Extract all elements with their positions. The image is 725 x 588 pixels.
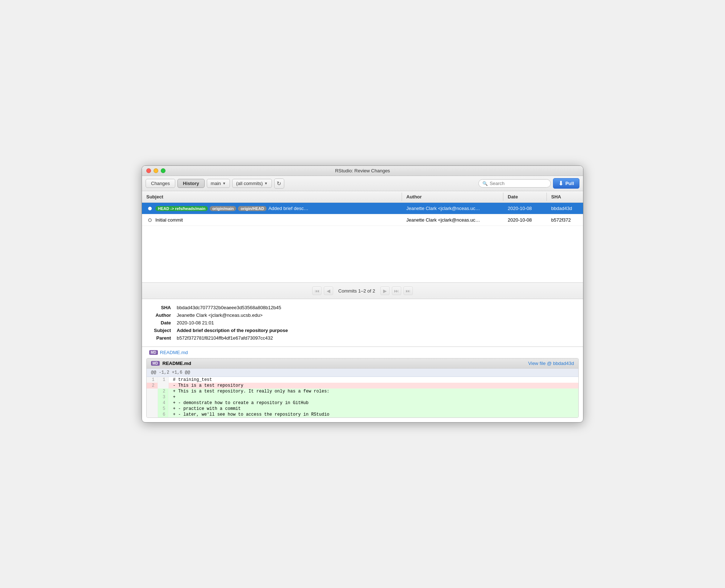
diff-line: 5+ - practice with a commit [147, 406, 578, 412]
subject-value: Added brief description of the repositor… [177, 328, 288, 333]
commit-date-col: 2020-10-08 [503, 204, 547, 213]
diff-hunk-header: @@ -1,2 +1,6 @@ [147, 369, 578, 377]
parent-value: b572f372781f82104ffb4df1e67afd73097cc432 [177, 335, 273, 341]
line-num-old [147, 400, 158, 406]
prev-page-button[interactable]: ◀ [324, 286, 333, 295]
pull-label: Pull [565, 181, 574, 186]
titlebar: RStudio: Review Changes [142, 166, 583, 176]
commit-table-header: Subject Author Date SHA [142, 191, 583, 203]
history-tab[interactable]: History [177, 179, 205, 188]
line-num-old [147, 406, 158, 412]
diff-line: 6+ - later, we'll see how to access the … [147, 412, 578, 417]
table-row[interactable]: Initial commit Jeanette Clark <jclark@nc… [142, 214, 583, 226]
commit-sha-col: b572f372 [547, 216, 583, 224]
author-row: Author Jeanette Clark <jclark@nceas.ucsb… [149, 312, 576, 318]
branch-dropdown[interactable]: main ▼ [207, 179, 230, 188]
line-num-new: 3 [158, 394, 168, 400]
commit-rows: HEAD -> refs/heads/main origin/main orig… [142, 203, 583, 282]
toolbar: Changes History main ▼ (all commits) ▼ ↻… [142, 176, 583, 191]
line-num-old [147, 388, 158, 394]
line-num-new: 2 [158, 388, 168, 394]
commit-author-col: Jeanette Clark <jclark@nceas.uc… [402, 204, 503, 213]
diff-table: 11 # training_test2- This is a test repo… [147, 377, 578, 417]
window-title: RStudio: Review Changes [335, 168, 390, 173]
main-window: RStudio: Review Changes Changes History … [142, 165, 583, 423]
line-num-old [147, 394, 158, 400]
author-label: Author [149, 312, 171, 318]
graph-dot [146, 218, 154, 222]
graph-dot [146, 207, 154, 210]
diff-line: 3+ [147, 394, 578, 400]
diff-line: 2- This is a test repository [147, 383, 578, 388]
line-num-new: 5 [158, 406, 168, 412]
line-code: # training_test [168, 377, 578, 383]
diff-line: 2+ This is a test repository. It really … [147, 388, 578, 394]
next-page-button[interactable]: ▶ [380, 286, 390, 295]
commit-date-col: 2020-10-08 [503, 216, 547, 224]
search-box: 🔍 [478, 179, 551, 188]
commits-dropdown-arrow: ▼ [264, 181, 268, 185]
line-code: - This is a test repository [168, 383, 578, 388]
line-num-new: 1 [158, 377, 168, 383]
commit-subject-text: Added brief desc… [268, 206, 309, 211]
subject-row: Subject Added brief description of the r… [149, 328, 576, 333]
commit-sha-col: bbdad43d [547, 204, 583, 213]
search-input[interactable] [490, 181, 547, 186]
commits-dropdown[interactable]: (all commits) ▼ [232, 179, 272, 188]
maximize-button[interactable] [161, 168, 165, 173]
pull-button[interactable]: ⬇ Pull [553, 178, 579, 189]
line-num-new [158, 383, 168, 388]
subject-label: Subject [149, 328, 171, 333]
sha-label: SHA [149, 305, 171, 310]
date-label: Date [149, 320, 171, 326]
diff-filename: README.md [163, 361, 191, 366]
diff-header: MD README.md View file @ bbdad43d [147, 358, 578, 369]
badge-head: HEAD -> refs/heads/main [155, 206, 208, 211]
col-header-date: Date [503, 193, 547, 201]
line-num-new: 6 [158, 412, 168, 417]
badge-origin-main: origin/main [210, 206, 236, 211]
sha-value: bbdad43dc7077732b0eaeee3d53568a808b12b45 [177, 305, 281, 310]
branch-label: main [211, 181, 221, 186]
refresh-button[interactable]: ↻ [274, 178, 284, 189]
view-file-link[interactable]: View file @ bbdad43d [528, 361, 574, 366]
commit-author-col: Jeanette Clark <jclark@nceas.uc… [402, 216, 503, 224]
last-page-button[interactable]: ⏭ [403, 286, 413, 295]
file-link[interactable]: MD README.md [142, 347, 583, 358]
author-value: Jeanette Clark <jclark@nceas.ucsb.edu> [177, 312, 263, 318]
commits-label: (all commits) [236, 181, 263, 186]
pagination-bar: ⏮ ◀ Commits 1–2 of 2 ▶ ⏭ ⏭ [142, 283, 583, 299]
line-num-new: 4 [158, 400, 168, 406]
diff-line: 11 # training_test [147, 377, 578, 383]
date-value: 2020-10-08 21:01 [177, 320, 214, 326]
line-code: + - later, we'll see how to access the r… [168, 412, 578, 417]
badge-origin-head: origin/HEAD [238, 206, 267, 211]
col-header-subject: Subject [142, 193, 402, 201]
commit-subject-text: Initial commit [155, 217, 183, 223]
line-code: + This is a test repository. It really o… [168, 388, 578, 394]
line-code: + - demonstrate how to create a reposito… [168, 400, 578, 406]
parent-label: Parent [149, 335, 171, 341]
date-row: Date 2020-10-08 21:01 [149, 320, 576, 326]
diff-md-badge: MD [151, 361, 160, 366]
minimize-button[interactable] [154, 168, 158, 173]
page-info: Commits 1–2 of 2 [335, 288, 378, 294]
diff-container: MD README.md View file @ bbdad43d @@ -1,… [146, 358, 579, 418]
col-header-author: Author [402, 193, 503, 201]
commit-table-area: Subject Author Date SHA HEAD -> refs/hea… [142, 191, 583, 283]
line-code: + [168, 394, 578, 400]
fast-forward-button[interactable]: ⏭ [392, 286, 401, 295]
changes-tab[interactable]: Changes [146, 179, 175, 188]
commit-subject-col: HEAD -> refs/heads/main origin/main orig… [142, 204, 402, 213]
table-row[interactable]: HEAD -> refs/heads/main origin/main orig… [142, 203, 583, 214]
line-num-old: 2 [147, 383, 158, 388]
sha-row: SHA bbdad43dc7077732b0eaeee3d53568a808b1… [149, 305, 576, 310]
first-page-button[interactable]: ⏮ [312, 286, 322, 295]
diff-title: MD README.md [151, 361, 191, 366]
file-link-text: README.md [160, 350, 188, 355]
col-header-sha: SHA [547, 193, 583, 201]
line-num-old: 1 [147, 377, 158, 383]
line-num-old [147, 412, 158, 417]
close-button[interactable] [146, 168, 151, 173]
md-badge: MD [149, 350, 158, 355]
